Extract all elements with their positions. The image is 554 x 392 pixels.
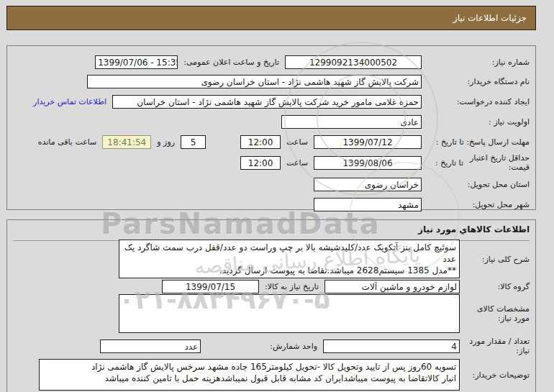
need-description-field[interactable]: سوئیچ کامل بنز آتکویک عدد/کلیدشیشه بالا … (119, 240, 460, 278)
price-validity-until-label: تا تاریخ : (435, 158, 463, 168)
buyer-notes-field[interactable]: تسویه 60روز پس از تایید وتحویل کالا -تحو… (39, 359, 460, 391)
request-creator-label: ایجاد کننده درخواست: (422, 97, 530, 106)
quantity-row: تعداد / مقدار مورد نیاز: 4 واحد شمارش: ع… (13, 337, 530, 355)
remaining-days-field[interactable]: 5 (181, 135, 206, 149)
priority-row: اولویت نیاز : عادی (13, 113, 530, 130)
goods-group-field[interactable]: لوازم خودرو و ماشین آلات (324, 280, 460, 293)
announce-datetime-field[interactable]: 1399/07/06 - 15:35 (95, 55, 178, 69)
need-date-label: تاریخ نیاز به کالا: (265, 282, 319, 291)
price-validity-row: حداقل تاریخ اعتبار قیمت: تا تاریخ : 1399… (13, 152, 530, 173)
need-description-row: شرح کلی نیاز: سوئیچ کامل بنز آتکویک عدد/… (13, 245, 530, 273)
quantity-field[interactable]: 4 (323, 339, 460, 353)
buyer-notes-row: توضیحات خریدار: تسویه 60روز پس از تایید … (13, 358, 530, 391)
goods-group-row: گروه کالا: لوازم خودرو و ماشین آلات تاری… (13, 278, 530, 295)
remaining-time-label: ساعت باقی مانده (38, 137, 97, 147)
goods-specs-field[interactable] (119, 294, 460, 333)
reply-deadline-label: مهلت ارسال پاسخ: تا تاریخ : (422, 137, 530, 147)
reply-deadline-row: مهلت ارسال پاسخ: تا تاریخ : 1399/07/12 س… (13, 133, 530, 150)
need-description-label: شرح کلی نیاز: (460, 255, 530, 264)
price-validity-hour-field[interactable]: 12:00 (240, 156, 281, 170)
need-number-label: شماره نیاز: (422, 58, 530, 67)
reply-deadline-hour-field[interactable]: 12:00 (240, 135, 281, 149)
page-title-bar: جزئیات اطلاعات نیاز (6, 6, 536, 30)
delivery-city-row: شهر محل تحویل: مشهد (13, 196, 530, 213)
price-validity-hour-label: ساعت (286, 158, 308, 168)
delivery-city-label: شهر محل تحویل: (422, 200, 530, 209)
priority-label: اولویت نیاز : (422, 117, 530, 127)
unit-label: واحد شمارش: (270, 342, 317, 351)
need-details-page: { "title_bar": { "text": "جزئیات اطلاعات… (0, 0, 554, 392)
delivery-province-label: استان محل تحویل: (422, 180, 530, 189)
remaining-time-countdown: 18:41:54 (102, 135, 151, 149)
unit-field[interactable]: عدد (100, 339, 201, 353)
goods-specs-label: مشخصات کالای مورد نیاز: (460, 304, 530, 323)
need-number-field[interactable]: 1299092134000502 (285, 55, 422, 69)
need-description-line1: سوئیچ کامل بنز آتکویک عدد/کلیدشیشه بالا … (122, 242, 456, 265)
buyer-org-field[interactable]: شرکت پالایش گاز شهید هاشمی نژاد - استان … (87, 75, 422, 88)
need-number-row: شماره نیاز: 1299092134000502 تاریخ و ساع… (13, 53, 530, 70)
buyer-org-label: نام دستگاه خریدار: (422, 77, 530, 86)
goods-info-panel: اطلاعات کالاهاي مورد نیاز شرح کلی نیاز: … (6, 219, 536, 392)
delivery-city-field[interactable]: مشهد (314, 198, 422, 211)
need-date-field[interactable]: 1399/07/15 (162, 280, 259, 293)
delivery-province-row: استان محل تحویل: خراسان رضوی (13, 176, 530, 193)
remaining-days-label: روز و (157, 137, 175, 147)
buyer-contact-link[interactable]: اطلاعات تماس خریدار (33, 97, 106, 106)
buyer-notes-label: توضیحات خریدار: (460, 370, 530, 380)
announce-datetime-label: تاریخ و ساعت اعلان عمومی: (183, 58, 279, 67)
quantity-label: تعداد / مقدار مورد نیاز: (460, 337, 530, 355)
request-creator-field[interactable]: حمزه غلامی مامور خرید شرکت پالایش گاز شه… (112, 95, 422, 109)
delivery-province-field[interactable]: خراسان رضوی (314, 178, 422, 191)
reply-deadline-date-field[interactable]: 1399/07/12 (314, 135, 422, 149)
buyer-org-row: نام دستگاه خریدار: شرکت پالایش گاز شهید … (13, 73, 530, 90)
price-validity-date-field[interactable]: 1399/08/06 (314, 156, 422, 170)
buyer-notes-line2: انبار کالاتقاضا به پیوست میباشدایران کد … (42, 373, 456, 384)
goods-specs-row: مشخصات کالای مورد نیاز: (13, 293, 530, 334)
price-validity-label: حداقل تاریخ اعتبار قیمت: (463, 153, 530, 172)
goods-group-label: گروه کالا: (460, 282, 530, 291)
reply-deadline-hour-label: ساعت (286, 137, 308, 147)
request-info-panel: شماره نیاز: 1299092134000502 تاریخ و ساع… (6, 45, 536, 210)
request-creator-row: ایجاد کننده درخواست: حمزه غلامی مامور خر… (13, 93, 530, 110)
need-description-line2: **مدل 1385 سیستم2628 میباشد.تقاضا به پیو… (122, 265, 456, 276)
price-validity-label-group: حداقل تاریخ اعتبار قیمت: تا تاریخ : (422, 153, 530, 172)
page-title: جزئیات اطلاعات نیاز (453, 13, 527, 23)
buyer-notes-line1: تسویه 60روز پس از تایید وتحویل کالا -تحو… (42, 361, 456, 373)
priority-field[interactable]: عادی (281, 115, 422, 129)
goods-section-title: اطلاعات کالاهاي مورد نیاز (13, 224, 530, 241)
